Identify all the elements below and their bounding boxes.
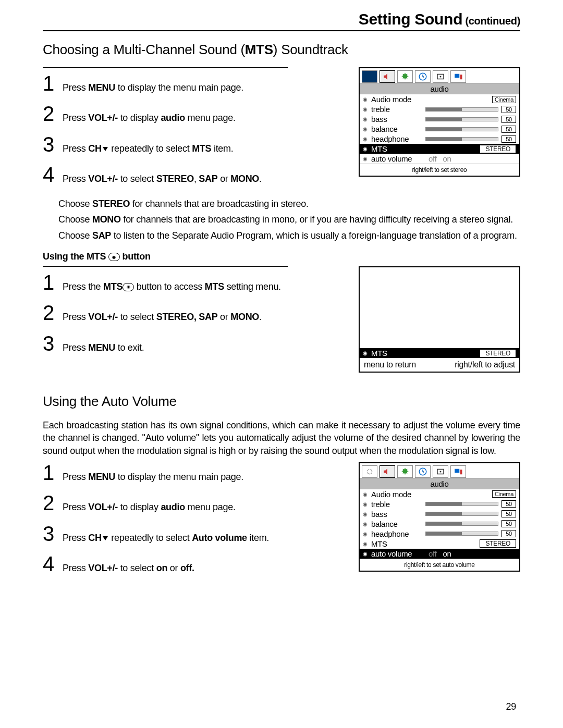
- tab-picture-icon: [362, 465, 377, 478]
- tab-time-icon: [415, 465, 431, 478]
- osd-title: audio: [360, 83, 519, 94]
- mts-button-icon: ◉: [108, 253, 120, 261]
- para-mono: Choose MONO for channels that are broadc…: [58, 213, 520, 226]
- svg-rect-10: [460, 470, 462, 474]
- tab-setup-icon: [397, 70, 413, 83]
- osd-mts-simple: ◉MTSSTEREO menu to return right/left to …: [359, 266, 520, 373]
- step: 2 Press VOL+/- to display audio menu pag…: [43, 103, 343, 124]
- chevron-down-icon: [103, 536, 108, 540]
- tab-lock-icon: [433, 70, 448, 83]
- step: 4 Press VOL+/- to select STEREO, SAP or …: [43, 164, 343, 185]
- tab-pc-icon: [450, 465, 466, 478]
- tab-time-icon: [415, 70, 431, 83]
- section1-steps: 1 Press MENU to display the menu main pa…: [43, 67, 343, 194]
- tab-lock-icon: [433, 465, 448, 478]
- para-stereo: Choose STEREO for channels that are broa…: [58, 198, 520, 210]
- header-title: Setting Sound: [359, 10, 462, 28]
- svg-point-8: [440, 471, 442, 472]
- osd-footer: right/left to set stereo: [360, 164, 519, 176]
- para-sap: Choose SAP to listen to the Separate Aud…: [58, 229, 520, 242]
- step: 1 Press MENU to display the menu main pa…: [43, 73, 343, 94]
- page-number: 29: [506, 701, 516, 712]
- header-cont: (continued): [462, 15, 520, 27]
- tab-audio-icon: [380, 465, 395, 478]
- page-header: Setting Sound (continued): [43, 10, 520, 31]
- osd-row-mts: ◉MTSSTEREO: [360, 144, 519, 154]
- tab-audio-icon: [380, 70, 395, 83]
- osd-audio-mts: audio ◉Audio modeCinema ◉treble50 ◉bass5…: [359, 67, 520, 177]
- osd-tabs: [360, 68, 519, 83]
- svg-rect-9: [455, 469, 459, 473]
- section2-desc: Each broadcasting station has its own si…: [43, 419, 520, 457]
- subhead-mts-button: Using the MTS ◉ button: [43, 251, 520, 262]
- mts-button-icon: ◉: [123, 283, 134, 291]
- tab-pc-icon: [450, 70, 466, 83]
- svg-point-2: [440, 76, 442, 78]
- section1b-steps: 1 Press the MTS◉ button to access MTS se…: [43, 266, 343, 363]
- tab-picture-icon: [362, 70, 377, 83]
- osd-simple-hints: menu to return right/left to adjust: [360, 358, 519, 372]
- section2-title: Using the Auto Volume: [43, 393, 520, 410]
- section1-title: Choosing a Multi-Channel Sound (MTS) Sou…: [43, 42, 520, 58]
- svg-rect-4: [460, 75, 462, 79]
- osd-row-autovol: ◉auto volumeoffon: [360, 549, 519, 559]
- osd-simple-mts-row: ◉MTSSTEREO: [360, 348, 519, 358]
- tab-setup-icon: [397, 465, 413, 478]
- section2-steps: 1 Press MENU to display the menu main pa…: [43, 462, 343, 584]
- osd-audio-autovol: audio ◉Audio modeCinema ◉treble50 ◉bass5…: [359, 462, 520, 572]
- svg-point-5: [368, 469, 372, 474]
- chevron-down-icon: [103, 147, 108, 151]
- step: 3 Press CH repeatedly to select MTS item…: [43, 134, 343, 155]
- svg-rect-3: [455, 74, 459, 78]
